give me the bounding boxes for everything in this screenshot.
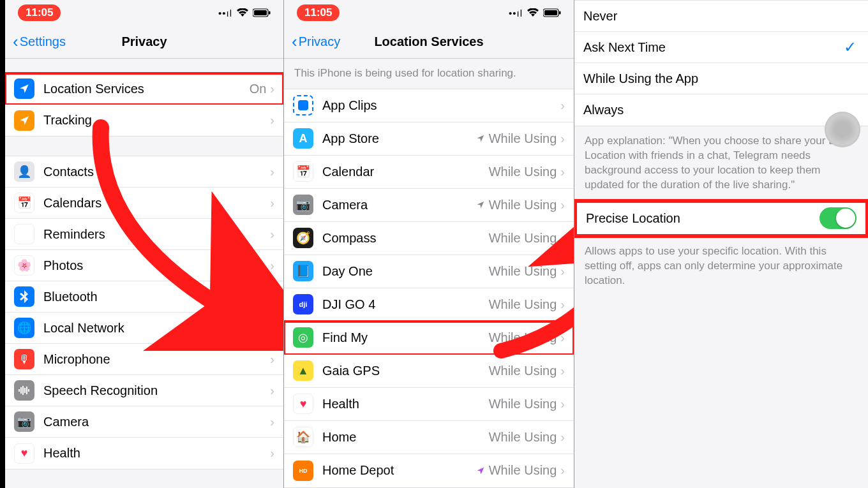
calendar-icon: 📅 xyxy=(14,193,34,213)
panel-app-location-detail: Never Ask Next Time✓ While Using the App… xyxy=(574,0,868,488)
svg-rect-3 xyxy=(19,389,20,392)
chevron-right-icon: › xyxy=(560,264,565,279)
row-label: Gaia GPS xyxy=(322,364,489,378)
row-reminders[interactable]: ☰Reminders› xyxy=(5,219,283,250)
row-calendars[interactable]: 📅Calendars› xyxy=(5,188,283,219)
row-label: Home xyxy=(322,430,489,445)
calendar-app-icon: 📅 xyxy=(293,161,313,182)
row-label: While Using the App xyxy=(583,71,859,86)
chevron-right-icon: › xyxy=(560,165,565,179)
row-microphone[interactable]: 🎙Microphone› xyxy=(5,344,283,375)
nav-bar: ‹ Settings Privacy xyxy=(5,26,283,59)
row-home-depot[interactable]: HDHome DepotWhile Using› xyxy=(284,454,574,487)
signal-icon: ••ıl xyxy=(218,8,232,18)
back-button[interactable]: ‹ Settings xyxy=(13,32,66,52)
chevron-right-icon: › xyxy=(560,397,565,411)
reminders-icon: ☰ xyxy=(14,224,34,244)
chevron-right-icon: › xyxy=(270,82,274,96)
row-label: Health xyxy=(43,446,270,461)
row-label: App Store xyxy=(322,131,476,146)
chevron-right-icon: › xyxy=(270,321,274,336)
nav-bar: ‹ Privacy Location Services xyxy=(284,26,574,59)
location-arrow-icon xyxy=(476,466,485,475)
chevron-right-icon: › xyxy=(270,415,274,429)
row-camera[interactable]: 📷Camera› xyxy=(5,406,283,438)
row-bluetooth[interactable]: Bluetooth› xyxy=(5,281,283,313)
row-label: Local Network xyxy=(43,321,270,336)
row-photos[interactable]: 🌸Photos› xyxy=(5,250,283,281)
row-label: Reminders xyxy=(43,227,270,242)
wifi-icon xyxy=(527,8,539,17)
row-value: On xyxy=(250,82,267,96)
chevron-right-icon: › xyxy=(270,196,274,211)
chevron-right-icon: › xyxy=(270,227,274,242)
row-label: Camera xyxy=(43,415,270,429)
row-never[interactable]: Never xyxy=(574,1,868,32)
app-store-icon: A xyxy=(293,128,313,149)
row-label: Tracking xyxy=(43,113,270,128)
row-value: While Using xyxy=(489,231,557,246)
contacts-icon: 👤 xyxy=(14,161,34,182)
sharing-header: This iPhone is being used for location s… xyxy=(284,59,574,89)
network-icon: 🌐 xyxy=(14,318,34,338)
location-arrow-icon xyxy=(476,200,485,209)
row-label: Photos xyxy=(43,258,270,273)
page-title: Privacy xyxy=(121,34,167,49)
row-label: Contacts xyxy=(43,165,270,179)
row-label: Camera xyxy=(322,198,476,212)
row-value: While Using xyxy=(489,297,557,312)
precise-location-toggle[interactable] xyxy=(819,207,857,229)
row-precise-location[interactable]: Precise Location xyxy=(577,203,865,234)
speech-icon xyxy=(14,380,34,401)
row-health-app[interactable]: ♥HealthWhile Using› xyxy=(284,388,574,421)
row-contacts[interactable]: 👤Contacts› xyxy=(5,156,283,188)
row-camera-app[interactable]: 📷CameraWhile Using› xyxy=(284,189,574,222)
row-label: Find My xyxy=(322,330,489,345)
back-button[interactable]: ‹ Privacy xyxy=(292,32,340,52)
row-app-store[interactable]: AApp StoreWhile Using› xyxy=(284,122,574,156)
row-gaia-gps[interactable]: ▲Gaia GPSWhile Using› xyxy=(284,355,574,388)
wifi-icon xyxy=(236,8,249,17)
row-location-services[interactable]: Location Services On › xyxy=(5,73,283,105)
camera-icon: 📷 xyxy=(14,411,34,432)
home-app-icon: 🏠 xyxy=(293,427,313,447)
group-apps: App Clips› AApp StoreWhile Using› 📅Calen… xyxy=(284,89,574,488)
row-find-my[interactable]: ◎Find MyWhile Using› xyxy=(284,322,574,355)
row-label: DJI GO 4 xyxy=(322,297,489,312)
chevron-right-icon: › xyxy=(560,231,565,246)
row-calendar[interactable]: 📅CalendarWhile Using› xyxy=(284,156,574,189)
svg-rect-7 xyxy=(26,387,27,394)
row-health[interactable]: ♥Health› xyxy=(5,438,283,469)
row-dji-go[interactable]: djiDJI GO 4While Using› xyxy=(284,288,574,322)
group-location: Location Services On › Tracking › xyxy=(5,73,283,137)
precise-location-footer: Allows apps to use your specific locatio… xyxy=(574,237,868,296)
svg-rect-8 xyxy=(28,389,29,392)
gaia-icon: ▲ xyxy=(293,360,313,381)
row-tracking[interactable]: Tracking › xyxy=(5,105,283,136)
group-privacy-categories: 👤Contacts› 📅Calendars› ☰Reminders› 🌸Phot… xyxy=(5,156,283,470)
row-compass[interactable]: 🧭CompassWhile Using› xyxy=(284,222,574,255)
app-explanation: App explanation: "When you choose to sha… xyxy=(574,126,868,200)
row-while-using[interactable]: While Using the App xyxy=(574,63,868,94)
row-value: While Using xyxy=(489,330,557,345)
chevron-right-icon: › xyxy=(270,113,274,128)
row-day-one[interactable]: 📘Day OneWhile Using› xyxy=(284,255,574,288)
assistive-touch-button[interactable] xyxy=(825,112,860,147)
panel-location-services: 11:05 ••ıl ‹ Privacy Location Services T… xyxy=(284,0,574,488)
checkmark-icon: ✓ xyxy=(844,38,857,56)
row-local-network[interactable]: 🌐Local Network› xyxy=(5,313,283,344)
group-permission-options: Never Ask Next Time✓ While Using the App… xyxy=(574,0,868,126)
row-app-clips[interactable]: App Clips› xyxy=(284,89,574,122)
row-home-app[interactable]: 🏠HomeWhile Using› xyxy=(284,421,574,454)
chevron-left-icon: ‹ xyxy=(292,32,297,52)
status-icons: ••ıl xyxy=(218,8,271,18)
row-speech-recognition[interactable]: Speech Recognition› xyxy=(5,375,283,406)
row-value: While Using xyxy=(489,165,557,179)
group-precise-location: Precise Location xyxy=(574,200,868,237)
row-label: App Clips xyxy=(322,98,560,113)
row-ask-next-time[interactable]: Ask Next Time✓ xyxy=(574,32,868,63)
compass-icon: 🧭 xyxy=(293,228,313,248)
camera-app-icon: 📷 xyxy=(293,195,313,215)
health-icon: ♥ xyxy=(14,443,34,464)
row-always[interactable]: Always xyxy=(574,94,868,126)
